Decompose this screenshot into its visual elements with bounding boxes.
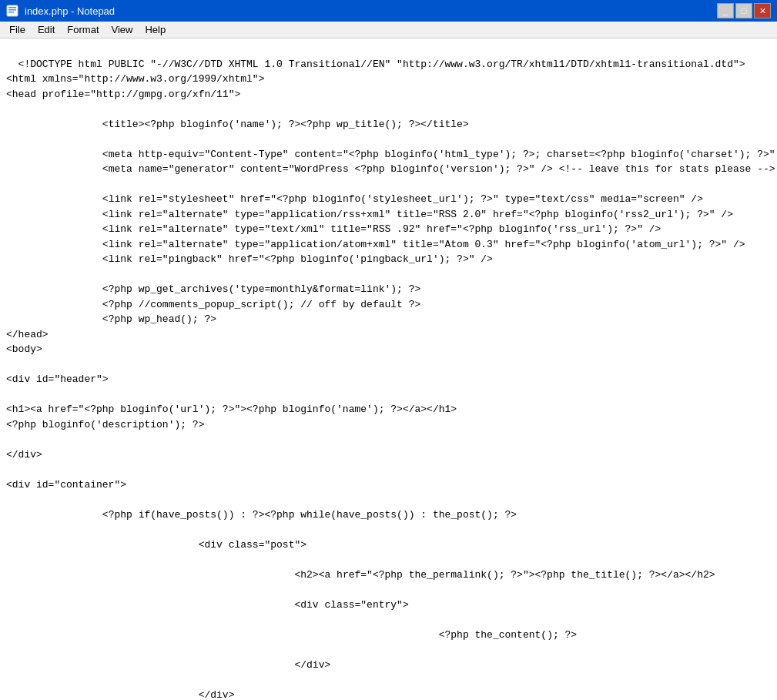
maximize-button[interactable]: □ bbox=[735, 3, 752, 18]
editor-area[interactable]: <!DOCTYPE html PUBLIC "-//W3C//DTD XHTML… bbox=[0, 39, 777, 700]
svg-rect-3 bbox=[8, 12, 14, 13]
notepad-icon bbox=[6, 5, 18, 17]
window-controls: _ □ ✕ bbox=[717, 3, 771, 18]
minimize-button[interactable]: _ bbox=[717, 3, 734, 18]
svg-rect-2 bbox=[8, 9, 16, 11]
menu-file[interactable]: File bbox=[3, 22, 32, 37]
title-bar: index.php - Notepad _ □ ✕ bbox=[0, 0, 777, 22]
close-button[interactable]: ✕ bbox=[754, 3, 771, 18]
svg-rect-1 bbox=[8, 7, 16, 8]
window-title: index.php - Notepad bbox=[25, 5, 711, 17]
menu-edit[interactable]: Edit bbox=[32, 22, 61, 37]
menu-view[interactable]: View bbox=[105, 22, 139, 37]
menu-format[interactable]: Format bbox=[61, 22, 105, 37]
code-content: <!DOCTYPE html PUBLIC "-//W3C//DTD XHTML… bbox=[6, 59, 777, 701]
menu-bar: File Edit Format View Help bbox=[0, 22, 777, 39]
menu-help[interactable]: Help bbox=[139, 22, 172, 37]
